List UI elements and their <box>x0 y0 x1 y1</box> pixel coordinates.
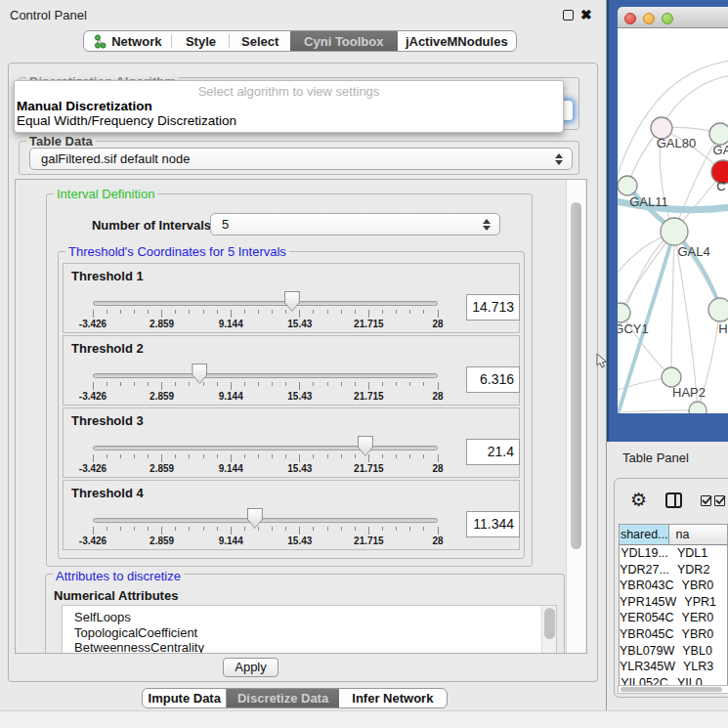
slider-thumb[interactable] <box>192 364 207 384</box>
number-of-intervals-spinner[interactable]: 5 <box>210 213 500 236</box>
slider-track[interactable] <box>93 373 438 378</box>
scrollbar-track[interactable] <box>566 180 585 653</box>
slider-track[interactable] <box>93 446 438 450</box>
algorithm-dropdown-popup: Select algorithm to view settings Manual… <box>14 80 564 133</box>
threshold-value-field[interactable]: 11.344 <box>466 511 520 537</box>
HAP2-node[interactable] <box>662 367 681 387</box>
dropdown-prompt[interactable]: Select algorithm to view settings <box>15 84 563 99</box>
apply-button[interactable]: Apply <box>223 658 278 677</box>
tab-label: Network <box>111 34 161 49</box>
threshold-label: Threshold 2 <box>71 341 144 356</box>
table-row[interactable]: YDL19...YDL1 <box>620 545 727 562</box>
tab-select[interactable]: Select <box>230 31 290 51</box>
threshold-label: Threshold 3 <box>71 413 144 428</box>
checkbox-icon[interactable] <box>701 495 711 506</box>
combo-arrows-icon <box>555 152 563 166</box>
GAL11-node[interactable] <box>618 176 637 195</box>
node[interactable] <box>689 402 707 413</box>
float-window-icon[interactable] <box>563 10 574 21</box>
tick-label: 21.715 <box>354 391 384 402</box>
tick-label: 28 <box>432 535 443 546</box>
list-item[interactable]: SelfLoops <box>63 606 556 625</box>
tab-infer-network[interactable]: Infer Network <box>339 689 447 707</box>
tick-label: 21.715 <box>354 463 384 474</box>
tab-impute-data[interactable]: Impute Data <box>143 689 227 707</box>
tick-label: 15.43 <box>287 535 312 546</box>
edge <box>618 61 728 175</box>
threshold-panel: Threshold 3-3.4262.8599.14415.4321.71528… <box>63 407 520 478</box>
slider-track[interactable] <box>93 301 438 306</box>
network-canvas[interactable]: GAL80GACGAL11GAL4GCY1HHAP2 <box>618 28 728 413</box>
table-row[interactable]: YPR145WYPR1 <box>620 594 727 611</box>
GAL4-node[interactable] <box>661 218 688 245</box>
threshold-value-field[interactable]: 21.4 <box>466 439 520 465</box>
threshold-panel: Threshold 1-3.4262.8599.14415.4321.71528… <box>63 263 520 333</box>
group-title: Threshold's Coordinates for 5 Intervals <box>65 244 289 259</box>
network-icon <box>94 34 107 49</box>
numerical-attributes-list[interactable]: SelfLoopsTopologicalCoefficientBetweenne… <box>62 605 557 654</box>
spinner-value: 5 <box>222 217 229 232</box>
tick-label: 2.859 <box>150 463 174 474</box>
tab-style[interactable]: Style <box>172 31 231 51</box>
slider-thumb[interactable] <box>358 436 373 456</box>
table-row[interactable]: YBR045CYBR0 <box>620 626 727 643</box>
node-label: C <box>716 179 725 193</box>
dropdown-option-manual[interactable]: Manual Discretization <box>17 99 152 113</box>
close-icon[interactable]: ✖ <box>580 7 592 22</box>
list-item[interactable]: TopologicalCoefficient <box>63 625 556 641</box>
dropdown-option-equal-width[interactable]: Equal Width/Frequency Discretization <box>17 113 236 128</box>
table-row[interactable]: YER054CYER0 <box>620 610 727 626</box>
tab-label: Cyni Toolbox <box>304 34 383 49</box>
edge <box>671 232 674 377</box>
tick-label: 15.43 <box>287 391 312 402</box>
zoom-traffic-light[interactable] <box>662 13 673 24</box>
slider-thumb[interactable] <box>284 291 300 312</box>
table-data-combobox[interactable]: galFiltered.sif default node <box>29 148 573 170</box>
table-row[interactable]: YLR345WYLR3 <box>620 659 727 675</box>
tick-label: 15.43 <box>287 463 312 474</box>
slider-track[interactable] <box>93 518 438 523</box>
list-scrollbar[interactable] <box>541 606 556 654</box>
tick-label: 21.715 <box>354 535 384 546</box>
GCY1-node[interactable] <box>618 303 630 322</box>
node[interactable] <box>708 298 728 321</box>
node-label: GCY1 <box>618 321 649 336</box>
checkbox-icon[interactable] <box>714 495 725 506</box>
threshold-value-field[interactable]: 14.713 <box>466 294 520 321</box>
table-row[interactable]: YIL052CYIL0 <box>620 675 727 685</box>
table-row[interactable]: YDR27...YDR2 <box>620 562 727 578</box>
tab-label: jActiveMNodules <box>406 34 508 49</box>
node[interactable] <box>709 123 728 145</box>
tab-discretize-data[interactable]: Discretize Data <box>227 689 338 707</box>
slider-thumb[interactable] <box>247 508 263 529</box>
settings-scrollpane: Interval Definition Number of Intervals … <box>15 179 587 654</box>
threshold-label: Threshold 1 <box>71 269 144 283</box>
split-columns-icon[interactable] <box>665 492 682 508</box>
scrollbar-thumb[interactable] <box>571 202 581 549</box>
node-label: HAP2 <box>672 385 706 400</box>
table-row[interactable]: YBL079WYBL0 <box>620 643 727 660</box>
group-title: Table Data <box>26 134 96 149</box>
table-hscrollbar[interactable] <box>618 685 728 694</box>
column-header-shared-name[interactable]: shared... <box>620 525 669 544</box>
column-header-name[interactable]: na <box>669 525 727 544</box>
table-row[interactable]: YBR043CYBR0 <box>620 578 727 594</box>
cyni-toolbox-panel: Discretization Algorithm Table Data galF… <box>8 63 598 682</box>
tab-network[interactable]: Network <box>84 31 172 51</box>
list-item[interactable]: BetweennessCentrality <box>63 640 556 654</box>
tab-cyni-toolbox[interactable]: Cyni Toolbox <box>290 31 398 51</box>
tick-label: -3.426 <box>79 319 107 329</box>
tick-label: 9.144 <box>219 535 243 546</box>
table-panel-title: Table Panel <box>622 450 689 465</box>
group-title: Attributes to discretize <box>53 569 184 583</box>
gear-icon[interactable]: ⚙ <box>630 489 647 511</box>
tab-label: Style <box>186 34 216 49</box>
tick-label: 9.144 <box>219 463 243 474</box>
threshold-value-field[interactable]: 6.316 <box>466 366 520 393</box>
tab-jactivemnodules[interactable]: jActiveMNodules <box>398 31 516 51</box>
tab-label: Select <box>241 34 278 49</box>
close-traffic-light[interactable] <box>624 13 636 24</box>
tick-label: 2.859 <box>150 319 174 329</box>
tick-label: -3.426 <box>79 391 107 402</box>
minimize-traffic-light[interactable] <box>643 13 655 24</box>
